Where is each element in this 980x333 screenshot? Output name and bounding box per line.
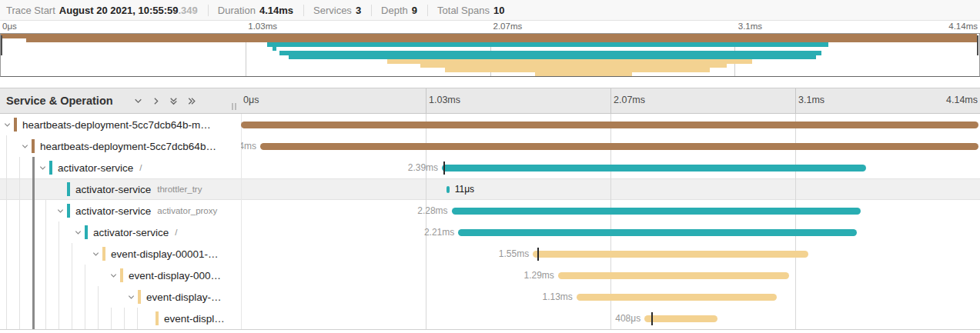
span-color-block [156, 311, 159, 325]
service-name: event-display-000… [129, 270, 221, 281]
span-bar[interactable] [577, 294, 777, 301]
expand-chevron[interactable] [127, 293, 138, 301]
expand-chevron[interactable] [21, 142, 32, 151]
expand-chevron-icon[interactable] [21, 142, 29, 151]
service-name: event-display-… [146, 291, 222, 303]
span-rows: heartbeats-deployment-5cc7dcb64b-m…heart… [0, 114, 980, 330]
expand-chevron[interactable] [3, 121, 14, 129]
expand-chevron[interactable] [56, 207, 67, 215]
service-operation-title: Service & Operation [6, 95, 113, 107]
ruler-gridline [610, 88, 611, 113]
span-timeline-cell[interactable]: 11μs [241, 178, 980, 200]
expand-chevron-icon[interactable] [109, 271, 118, 280]
log-marker-tick[interactable] [443, 162, 445, 175]
span-color-block [32, 139, 35, 153]
chevron-right-icon[interactable] [151, 96, 161, 106]
minimap-span-bar [267, 42, 829, 47]
expand-chevron-icon[interactable] [127, 293, 135, 301]
span-duration-label: 2.21ms [424, 221, 454, 243]
tick-label: 4.14ms [948, 22, 978, 31]
expand-chevron-icon[interactable] [74, 228, 82, 237]
span-bar[interactable] [644, 315, 717, 322]
span-bar[interactable] [442, 165, 866, 171]
double-chevron-down-icon[interactable] [169, 96, 179, 106]
depth-value: 9 [412, 5, 417, 16]
chevron-down-icon[interactable] [133, 96, 143, 106]
expand-chevron[interactable] [109, 271, 120, 280]
span-timeline-cell[interactable]: 2.21ms [241, 221, 980, 243]
span-duration-label: 408μs [615, 308, 641, 329]
table-row[interactable]: heartbeats-deployment-5cc7dcb64b…4ms [0, 135, 980, 157]
span-bar[interactable] [447, 186, 450, 193]
tick-label: 3.1ms [738, 22, 762, 31]
table-row[interactable]: event-display-…1.13ms [0, 286, 980, 308]
expand-chevron[interactable] [38, 164, 49, 172]
tick-label: 0μs [243, 95, 259, 105]
span-name-cell[interactable]: activator-service/ [0, 157, 241, 178]
span-timeline-cell[interactable]: 2.28ms [241, 200, 980, 221]
span-bar[interactable] [458, 229, 856, 236]
services-value: 3 [356, 5, 361, 16]
tick-label: 1.03ms [248, 22, 277, 31]
operation-name: throttler_try [157, 185, 202, 194]
expand-chevron-icon[interactable] [3, 121, 12, 129]
span-name-cell[interactable]: event-displ… [0, 308, 241, 329]
span-timeline-cell[interactable]: 1.29ms [241, 265, 980, 286]
span-duration-label: 2.28ms [417, 200, 447, 221]
span-name-cell[interactable]: event-display-000… [0, 265, 241, 286]
total-spans-item: Total Spans 10 [427, 5, 514, 16]
column-resizer-grip[interactable] [232, 103, 236, 110]
span-timeline-cell[interactable]: 2.39ms [241, 157, 980, 178]
span-timeline-cell[interactable] [241, 114, 980, 135]
expand-chevron[interactable] [92, 250, 102, 258]
span-timeline-cell[interactable]: 1.55ms [241, 243, 980, 265]
span-duration-label: 1.29ms [523, 265, 554, 286]
span-timeline-cell[interactable]: 408μs [241, 308, 980, 329]
span-name-cell[interactable]: activator-servicethrottler_try [0, 178, 241, 200]
table-row[interactable]: heartbeats-deployment-5cc7dcb64b-m… [0, 114, 980, 135]
table-row[interactable]: event-display-000…1.29ms [0, 265, 980, 286]
table-row[interactable]: activator-serviceactivator_proxy2.28ms [0, 200, 980, 221]
span-name-cell[interactable]: heartbeats-deployment-5cc7dcb64b… [0, 135, 241, 157]
duration-item: Duration 4.14ms [208, 5, 303, 16]
span-name-cell[interactable]: event-display-00001-… [0, 243, 241, 265]
minimap-span-bar [273, 47, 276, 52]
tick-label: 3.1ms [798, 95, 824, 105]
span-timeline-cell[interactable]: 4ms [241, 135, 980, 157]
table-row[interactable]: event-display-00001-…1.55ms [0, 243, 980, 265]
scrubber-handle-left[interactable] [1, 35, 2, 55]
span-bar[interactable] [533, 251, 808, 258]
expand-chevron-icon[interactable] [38, 164, 47, 172]
scrubber-handle-right[interactable] [977, 35, 978, 55]
table-row[interactable]: event-displ…408μs [0, 308, 980, 329]
table-row[interactable]: activator-service/2.39ms [0, 157, 980, 178]
expand-chevron-icon[interactable] [56, 207, 65, 215]
log-marker-tick[interactable] [651, 312, 653, 325]
minimap-span-bar [535, 72, 632, 77]
span-bar[interactable] [260, 143, 978, 150]
span-name-cell[interactable]: activator-service/ [0, 221, 241, 243]
span-name-cell[interactable]: event-display-… [0, 286, 241, 308]
minimap-canvas[interactable] [0, 33, 980, 77]
span-name-cell[interactable]: heartbeats-deployment-5cc7dcb64b-m… [0, 114, 241, 135]
span-color-block [49, 161, 52, 175]
table-row[interactable]: activator-servicethrottler_try11μs [0, 178, 980, 200]
service-name: activator-service [93, 227, 169, 238]
span-timeline-cell[interactable]: 1.13ms [241, 286, 980, 308]
span-name-cell[interactable]: activator-serviceactivator_proxy [0, 200, 241, 221]
span-duration-label: 4ms [241, 135, 256, 157]
span-bar[interactable] [452, 208, 861, 215]
ruler-gridline [426, 88, 426, 113]
double-chevron-right-icon[interactable] [186, 96, 196, 106]
total-spans-label: Total Spans [437, 5, 490, 16]
table-row[interactable]: activator-service/2.21ms [0, 221, 980, 243]
trace-start-millis: .349 [178, 5, 197, 16]
span-bar[interactable] [558, 272, 789, 279]
expand-chevron[interactable] [74, 228, 85, 237]
span-bar[interactable] [241, 122, 978, 128]
trace-start-item: Trace Start August 20 2021, 10:55:59.349 [6, 5, 208, 16]
services-item: Services 3 [303, 5, 371, 16]
log-marker-tick[interactable] [537, 248, 539, 261]
depth-item: Depth 9 [371, 5, 427, 16]
expand-chevron-icon[interactable] [92, 250, 100, 258]
